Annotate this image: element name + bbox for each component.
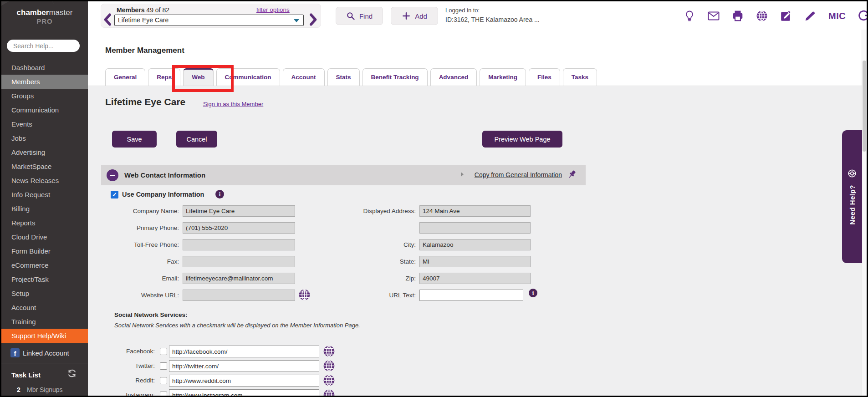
facebook-globe-icon[interactable] [323, 345, 335, 357]
tab-account[interactable]: Account [283, 68, 325, 86]
next-member-chevron-icon[interactable] [309, 13, 317, 26]
tab-advanced[interactable]: Advanced [430, 68, 477, 86]
scrollbar-thumb[interactable] [863, 61, 866, 152]
reddit-display-checkbox[interactable] [160, 377, 167, 384]
refresh-icon[interactable] [858, 10, 868, 22]
sidebar-item-cloud-drive[interactable]: Cloud Drive [1, 230, 88, 244]
filter-options-link[interactable]: filter options [256, 6, 290, 13]
sidebar-item-account[interactable]: Account [1, 300, 88, 315]
tab-web-label: Web [192, 74, 204, 81]
dropdown-caret-icon [294, 19, 299, 22]
info-icon[interactable]: i [215, 190, 224, 198]
need-help-tab[interactable]: Need Help? [842, 130, 862, 263]
sidebar-item-dashboard[interactable]: Dashboard [1, 61, 88, 75]
sidebar-item-ecommerce[interactable]: eCommerce [1, 258, 88, 272]
sidebar-item-form-builder[interactable]: Form Builder [1, 244, 88, 258]
displayed-address-field[interactable] [419, 205, 531, 217]
city-field[interactable] [419, 239, 531, 250]
printer-icon[interactable] [732, 10, 744, 22]
reddit-url-field[interactable] [169, 375, 319, 387]
twitter-url-field[interactable] [169, 360, 319, 372]
sidebar-item-reports[interactable]: Reports [1, 216, 88, 230]
globe-icon[interactable] [756, 10, 768, 22]
instagram-url-field[interactable] [169, 389, 319, 397]
email-icon[interactable] [708, 10, 720, 22]
website-globe-icon[interactable] [298, 289, 311, 301]
tab-reps[interactable]: Reps [148, 68, 180, 86]
page-title: Member Management [105, 46, 184, 55]
twitter-display-checkbox[interactable] [160, 362, 167, 370]
tab-web[interactable]: Web [183, 68, 213, 86]
url-text-field[interactable] [419, 290, 523, 301]
plus-icon [402, 11, 411, 20]
find-button-label: Find [359, 12, 373, 20]
mic-menu-button[interactable]: MIC [828, 11, 846, 21]
sidebar-item-project-task[interactable]: Project/Task [1, 272, 88, 286]
social-network-note: Social Network Services with a checkmark… [114, 321, 369, 330]
sign-in-as-member-link[interactable]: Sign in as this Member [203, 101, 263, 107]
reddit-globe-icon[interactable] [323, 374, 335, 387]
sidebar-item-info-request[interactable]: Info Request [1, 188, 88, 202]
sidebar-item-marketspace[interactable]: MarketSpace [1, 159, 88, 173]
sidebar-item-billing[interactable]: Billing [1, 202, 88, 216]
toll-free-phone-field[interactable] [183, 239, 295, 250]
tab-communication[interactable]: Communication [216, 68, 280, 86]
use-company-information-checkbox[interactable]: ✓ [111, 191, 118, 198]
zip-field[interactable] [419, 273, 531, 284]
sidebar-item-jobs[interactable]: Jobs [1, 131, 88, 145]
task-item-mbr-signups[interactable]: Mbr Signups [27, 386, 63, 393]
save-button[interactable]: Save [112, 131, 157, 148]
tab-files[interactable]: Files [529, 68, 560, 86]
copy-from-general-link[interactable]: Copy from General Information [475, 171, 562, 178]
pushpin-icon[interactable] [566, 169, 577, 181]
tab-marketing[interactable]: Marketing [480, 68, 526, 86]
task-list-refresh-icon[interactable] [67, 368, 77, 378]
website-url-field[interactable] [183, 290, 295, 301]
twitter-globe-icon[interactable] [323, 360, 335, 372]
sidebar-nav: Dashboard Members Groups Communication E… [1, 61, 88, 343]
displayed-address-line2-field[interactable] [419, 222, 531, 234]
copy-link-arrow-icon [461, 172, 464, 177]
vertical-scrollbar[interactable] [862, 30, 867, 396]
sidebar-item-events[interactable]: Events [1, 117, 88, 131]
sidebar-item-communication[interactable]: Communication [1, 103, 88, 117]
url-text-info-icon[interactable]: i [529, 289, 537, 297]
sidebar-item-support-help-wiki[interactable]: Support Help/Wiki [1, 329, 88, 343]
sidebar-item-members[interactable]: Members [1, 75, 88, 89]
brand-logo: chambermaster PRO [1, 8, 88, 26]
instagram-globe-icon[interactable] [323, 389, 335, 397]
sidebar-item-training[interactable]: Training [1, 315, 88, 329]
preview-web-page-button[interactable]: Preview Web Page [482, 131, 562, 148]
find-button[interactable]: Find [336, 7, 383, 25]
lightbulb-icon[interactable] [684, 10, 695, 22]
company-name-field[interactable] [183, 205, 295, 217]
email-field[interactable] [183, 273, 295, 284]
facebook-icon: f [10, 348, 20, 357]
instagram-display-checkbox[interactable] [160, 392, 167, 397]
facebook-display-checkbox[interactable] [160, 348, 167, 355]
edit-note-icon[interactable] [780, 10, 792, 22]
primary-phone-field[interactable] [183, 222, 295, 234]
tab-general[interactable]: General [105, 68, 145, 86]
state-field[interactable] [419, 256, 531, 267]
toll-free-phone-label: Toll-Free Phone: [105, 241, 179, 248]
tab-stats[interactable]: Stats [327, 68, 360, 86]
member-select-dropdown[interactable]: Lifetime Eye Care [114, 15, 304, 26]
add-button[interactable]: Add [391, 7, 438, 25]
tab-tasks[interactable]: Tasks [563, 68, 597, 86]
sidebar-item-linked-account[interactable]: f Linked Account [1, 343, 88, 362]
life-ring-icon [847, 168, 857, 178]
search-help-input[interactable] [7, 40, 80, 52]
sidebar-item-advertising[interactable]: Advertising [1, 145, 88, 159]
pencil-icon[interactable] [804, 10, 816, 22]
fax-field[interactable] [183, 256, 295, 267]
sidebar-item-setup[interactable]: Setup [1, 286, 88, 300]
primary-phone-label: Primary Phone: [105, 224, 179, 231]
sidebar-item-news-releases[interactable]: News Releases [1, 173, 88, 188]
cancel-button[interactable]: Cancel [176, 131, 217, 148]
tab-benefit-tracking[interactable]: Benefit Tracking [363, 68, 428, 86]
facebook-url-field[interactable] [169, 346, 319, 357]
previous-member-chevron-icon[interactable] [103, 13, 112, 26]
sidebar-item-groups[interactable]: Groups [1, 89, 88, 103]
collapse-section-icon[interactable] [107, 169, 118, 181]
